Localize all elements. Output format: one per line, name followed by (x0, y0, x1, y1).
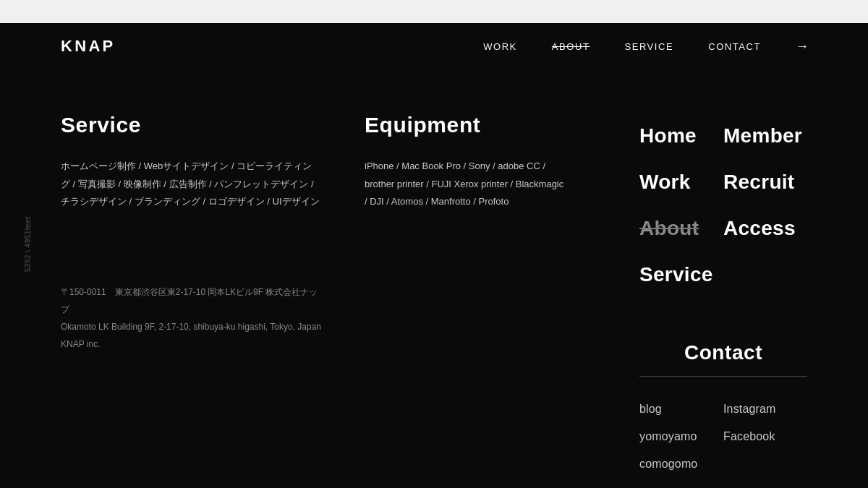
service-title: Service (61, 113, 321, 137)
right-nav-recruit[interactable]: Recruit (723, 159, 807, 205)
header: KNAP WORK ABOUT SERVICE CONTACT → (0, 23, 868, 69)
equipment-section: Equipment iPhone / Mac Book Pro / Sony /… (365, 113, 596, 476)
service-description: ホームページ制作 / Webサイトデザイン / コピーライティング / 写真撮影… (61, 158, 321, 211)
right-nav-home[interactable]: Home (639, 113, 723, 159)
nav-contact[interactable]: CONTACT (708, 41, 761, 52)
nav-work[interactable]: WORK (483, 41, 517, 52)
contact-links-grid: blogInstagramyomoyamoFacebookcomogomo (639, 397, 807, 476)
contact-link-blog[interactable]: blog (639, 397, 723, 421)
logo[interactable]: KNAP (61, 37, 116, 56)
contact-section: Contact blogInstagramyomoyamoFacebookcom… (639, 341, 807, 476)
top-bar (0, 0, 868, 23)
equipment-description: iPhone / Mac Book Pro / Sony / adobe CC … (365, 158, 567, 211)
side-label: 5392 \ 4951feet (24, 216, 32, 272)
address-line1: 〒150-0011 東京都渋谷区東2-17-10 岡本LKビル9F 株式会社ナッ… (61, 283, 321, 318)
service-section: Service ホームページ制作 / Webサイトデザイン / コピーライティン… (61, 113, 365, 476)
right-nav-member[interactable]: Member (723, 113, 807, 159)
contact-title: Contact (639, 341, 807, 364)
right-section: HomeMemberWorkRecruitAboutAccessService … (596, 113, 807, 476)
right-nav-access[interactable]: Access (723, 205, 807, 252)
contact-link-comogomo[interactable]: comogomo (639, 452, 723, 476)
right-nav-work[interactable]: Work (639, 159, 723, 205)
right-nav-about[interactable]: About (639, 205, 723, 252)
contact-divider (639, 376, 807, 377)
equipment-title: Equipment (365, 113, 567, 137)
address-section: 〒150-0011 東京都渋谷区東2-17-10 岡本LKビル9F 株式会社ナッ… (61, 269, 321, 353)
nav-service[interactable]: SERVICE (624, 41, 673, 52)
address-line2: Okamoto LK Building 9F, 2-17-10, shibuya… (61, 318, 321, 353)
contact-link-instagram[interactable]: Instagram (723, 397, 807, 421)
right-nav-service[interactable]: Service (639, 252, 723, 298)
contact-link-facebook[interactable]: Facebook (723, 424, 807, 449)
nav-arrow: → (796, 39, 807, 54)
nav-about[interactable]: ABOUT (552, 41, 590, 52)
contact-link-empty (723, 452, 807, 476)
main-nav: WORK ABOUT SERVICE CONTACT → (483, 39, 807, 54)
right-nav-grid: HomeMemberWorkRecruitAboutAccessService (639, 113, 807, 298)
contact-link-yomoyamo[interactable]: yomoyamo (639, 424, 723, 449)
main-content: Service ホームページ制作 / Webサイトデザイン / コピーライティン… (0, 69, 868, 488)
